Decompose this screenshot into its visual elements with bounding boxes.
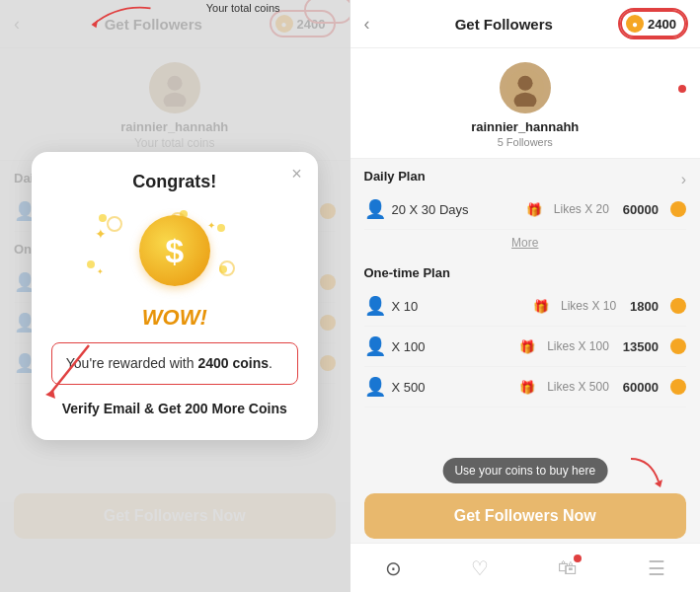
sparkle-1: [99, 214, 107, 222]
sparkle-3: [87, 260, 95, 268]
right-panel-title: Get Followers: [388, 16, 621, 33]
nav-home-icon[interactable]: ⊙: [385, 556, 402, 580]
right-plans-container: Daily Plan › 👤 20 X 30 Days 🎁 Likes X 20…: [350, 159, 701, 407]
right-gift-500: 🎁: [519, 380, 535, 395]
congrats-modal: × Congrats! ✦ ✦ ✦ $ WOW! Yo: [32, 152, 318, 440]
right-profile-section: rainnier_hannahh 5 Followers: [350, 48, 701, 159]
diamond-3: ✦: [97, 267, 104, 276]
right-plan-coin-daily: [670, 201, 686, 217]
right-person-icon-daily: 👤: [364, 198, 384, 220]
reward-box: You're rewarded with 2400 coins.: [51, 342, 298, 385]
right-onetime-row-3[interactable]: 👤 X 500 🎁 Likes X 500 60000: [364, 367, 687, 407]
modal-title: Congrats!: [51, 172, 298, 192]
modal-overlay: × Congrats! ✦ ✦ ✦ $ WOW! Yo: [0, 0, 350, 592]
right-onetime-row-1[interactable]: 👤 X 10 🎁 Likes X 10 1800: [364, 286, 687, 327]
right-daily-plan-title: Daily Plan: [364, 169, 426, 184]
right-gift-daily: 🎁: [526, 202, 542, 217]
get-followers-now-button[interactable]: Get Followers Now: [364, 493, 687, 539]
sparkle-ring-1: [107, 216, 122, 232]
diamond-1: ✦: [95, 226, 107, 242]
right-coin-badge[interactable]: ● 2400: [620, 10, 686, 37]
svg-point-7: [517, 76, 532, 91]
right-daily-plan-row[interactable]: 👤 20 X 30 Days 🎁 Likes X 20 60000: [364, 189, 687, 230]
sparkle-5: [217, 224, 225, 232]
right-onetime-section: One-time Plan 👤 X 10 🎁 Likes X 10 1800 👤…: [364, 256, 687, 407]
right-avatar: [500, 62, 551, 113]
right-plan-coin-10: [670, 298, 686, 314]
right-gift-10: 🎁: [533, 299, 549, 314]
right-coin-icon: ●: [626, 15, 644, 33]
right-coin-count: 2400: [648, 17, 676, 32]
left-panel: ‹ Get Followers ● 2400 rainnier_hannahh …: [0, 0, 350, 592]
right-top-bar: ‹ Get Followers ● 2400: [350, 0, 701, 48]
right-daily-chevron: ›: [681, 171, 686, 188]
right-onetime-plan-title: One-time Plan: [364, 265, 687, 280]
callout-tooltip: Use your coins to buy here: [442, 458, 607, 483]
diamond-2: ✦: [207, 220, 215, 231]
wow-text: WOW!: [51, 305, 298, 331]
right-bottom-nav: ⊙ ♡ 🛍 ☰: [350, 543, 701, 592]
right-person-icon-100: 👤: [364, 335, 384, 357]
nav-heart-icon[interactable]: ♡: [471, 556, 489, 580]
right-person-icon-500: 👤: [364, 376, 384, 398]
nav-menu-icon[interactable]: ☰: [648, 556, 665, 580]
nav-cart-icon[interactable]: 🛍: [558, 556, 578, 579]
reward-bold: 2400 coins: [197, 355, 269, 371]
big-coin: $: [139, 215, 210, 286]
right-gift-label-500: Likes X 500: [547, 380, 609, 394]
right-red-dot: [678, 85, 686, 93]
coin-graphic: ✦ ✦ ✦ $: [51, 206, 298, 295]
right-more-link[interactable]: More: [364, 230, 687, 256]
modal-close-button[interactable]: ×: [291, 164, 302, 185]
nav-cart-red-dot: [574, 555, 582, 562]
right-onetime-row-2[interactable]: 👤 X 100 🎁 Likes X 100 13500: [364, 327, 687, 367]
right-plan-coin-100: [670, 338, 686, 354]
right-gift-label-10: Likes X 10: [561, 299, 616, 313]
svg-marker-9: [655, 480, 662, 487]
right-gift-label-100: Likes X 100: [547, 339, 609, 353]
right-profile-name: rainnier_hannahh: [471, 119, 579, 134]
reward-end: .: [269, 355, 272, 371]
right-plan-coin-500: [670, 379, 686, 395]
reward-text: You're rewarded with: [66, 355, 198, 371]
callout-arrow-svg: [621, 454, 670, 493]
right-daily-section: Daily Plan › 👤 20 X 30 Days 🎁 Likes X 20…: [364, 159, 687, 256]
verify-email-text: Verify Email & Get 200 More Coins: [51, 401, 298, 416]
right-gift-label-daily: Likes X 20: [554, 202, 609, 216]
right-person-icon-10: 👤: [364, 295, 384, 317]
right-back-icon: ‹: [364, 14, 388, 35]
sparkle-ring-2: [219, 260, 235, 276]
right-profile-followers: 5 Followers: [498, 136, 553, 148]
right-panel: ‹ Get Followers ● 2400 rainnier_hannahh …: [350, 0, 701, 592]
right-gift-100: 🎁: [519, 339, 535, 354]
